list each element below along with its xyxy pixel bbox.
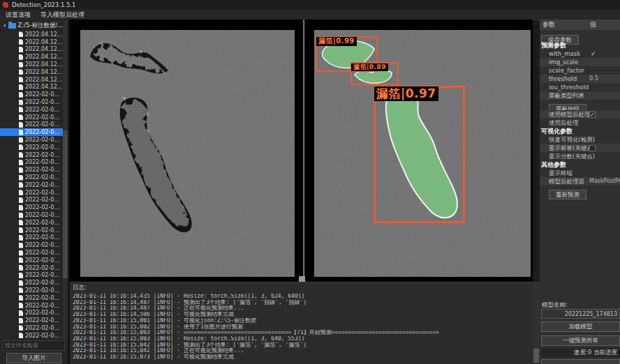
file-icon (19, 92, 23, 98)
tree-item[interactable]: 2022-02-0... (0, 121, 68, 129)
sidebar-scrollbar[interactable] (63, 21, 68, 339)
tree-item[interactable]: 2022-02-0... (0, 234, 68, 242)
tree-item[interactable]: 2022-02-0... (0, 324, 68, 332)
log-line: 2023-01-11 16:16:15,003 |INFO| - Resize:… (73, 336, 530, 342)
param-row[interactable]: 屏蔽类型列表 (540, 91, 620, 100)
tree-item[interactable]: 2022-02-0... (0, 144, 68, 151)
tree-item[interactable]: 2022.04.12... (0, 38, 68, 46)
load-model-button[interactable]: 加载模型 (541, 321, 620, 332)
tree-root-folder[interactable]: ▾ Z:/5-标注数据/... (0, 21, 68, 30)
tree-item[interactable]: 2022-02-0... (0, 287, 68, 294)
file-icon (19, 175, 23, 181)
tree-item[interactable]: 2022-02-0... (0, 302, 68, 310)
log-title: 日志: (73, 284, 530, 292)
tree-item[interactable]: 2022.04.12... (0, 68, 68, 76)
original-image[interactable] (80, 30, 295, 277)
tree-item[interactable]: 2022-02-0... (0, 211, 68, 219)
param-row[interactable]: scale_factor (540, 66, 620, 75)
tree-item[interactable]: 2022.04.12... (0, 31, 68, 38)
tree-item[interactable]: 2022-02-0... (0, 264, 68, 272)
tree-item-label: 2022.04.12... (25, 61, 62, 68)
param-row[interactable]: 显示标签(关键点) (540, 144, 620, 152)
menu-import-postprocess[interactable]: 导入模型后处理 (40, 10, 84, 20)
param-row[interactable]: threshold0.5 (540, 75, 620, 83)
tree-item[interactable]: 2022-02-0... (0, 204, 68, 211)
panel-splitter[interactable] (303, 20, 304, 282)
predict-all-button[interactable]: 一键预测所有 (541, 335, 620, 346)
log-scrollbar-thumb[interactable] (533, 349, 539, 363)
param-row[interactable]: 显示终端 (540, 169, 620, 177)
param-row[interactable]: 快速可视化(检测) (540, 135, 620, 144)
sidebar-scrollbar-thumb[interactable] (63, 130, 68, 278)
tree-item[interactable]: 2022-02-0... (0, 151, 68, 159)
checkbox-unchecked[interactable] (589, 145, 596, 151)
tree-item[interactable]: 2022-02-0... (0, 181, 68, 189)
prediction-image[interactable]: 漏箔|0.99漏箔|0.89漏箔|0.97 (314, 30, 531, 277)
tree-item[interactable]: 2022-02-0... (0, 272, 68, 280)
tree-item[interactable]: 2022.04.12... (0, 61, 68, 68)
tree-item[interactable]: 2022-02-0... (0, 174, 68, 181)
tree-item-label: 2022-02-0... (25, 265, 59, 271)
checkmark-icon[interactable]: ✓ (591, 50, 596, 58)
model-name-field[interactable]: 20221225_174813 (541, 309, 620, 319)
tree-item[interactable]: 2022-02-0... (0, 159, 68, 167)
tree-item-label: 2022-02-0... (25, 287, 59, 294)
repredict-button[interactable]: 重新预测 (549, 190, 586, 199)
tree-item[interactable]: 2022-02-0... (0, 317, 68, 324)
tree-item[interactable]: 2022.04.12... (0, 76, 68, 84)
file-icon (19, 205, 23, 211)
tree-item[interactable]: 2022-02-0... (0, 309, 68, 317)
file-tree-sidebar: ▾ Z:/5-标注数据/... 2022.04.12...2022.04.12.… (0, 20, 68, 364)
param-button-row: 重新预测 (540, 185, 620, 196)
menu-settings[interactable]: 设置选项 (6, 10, 31, 20)
param-section-header: 预测参数 (540, 41, 620, 50)
tree-item[interactable]: 2022-02-0... (0, 294, 68, 302)
tree-item-label: 2022-02-0... (25, 197, 59, 203)
tree-item-label: 2022.04.12... (25, 54, 62, 60)
tree-item-label: 2022-02-0... (25, 174, 59, 181)
file-icon (19, 100, 23, 105)
tree-item[interactable]: 2022-02-0... (0, 249, 68, 257)
tree-item[interactable]: 2022-02-0... (0, 114, 68, 121)
tree-item[interactable]: 2022.04.12... (0, 46, 68, 54)
tree-item[interactable]: 2022-02-0... (0, 227, 68, 234)
tree-item[interactable]: 2022.04.12... (0, 53, 68, 61)
tree-item[interactable]: 2022-02-0... (0, 106, 68, 114)
tree-item-label: 2022-02-0... (25, 250, 59, 256)
checkbox-checked[interactable]: ✓ (589, 112, 596, 118)
folder-icon (8, 23, 16, 29)
file-icon (19, 197, 23, 203)
tree-item[interactable]: 2022-02-0... (0, 241, 68, 249)
param-row[interactable]: 显示分数(关键点) (540, 152, 620, 160)
title-bar: Detection_2023.1.5.1 (0, 0, 620, 10)
tree-item[interactable]: 2022-02-0... (0, 166, 68, 174)
tree-item[interactable]: 2022-02-0... (0, 279, 68, 287)
tree-item-label: 2022-02-0... (25, 303, 59, 309)
postprocess-settings-button[interactable]: 后处理参数设置 (541, 359, 620, 364)
tree-item[interactable]: 2022-02-0... (0, 332, 68, 340)
tree-item[interactable]: 2022-02-0... (0, 257, 68, 264)
log-lines: 2023-01-11 16:16:14,435 |INFO| - Resize:… (73, 294, 530, 361)
tree-item[interactable]: 2022-02-0... (0, 197, 68, 204)
param-row[interactable]: 使用模型后处理✓ (540, 110, 620, 119)
app-logo-icon (3, 2, 8, 8)
param-row[interactable]: img_scale (540, 58, 620, 66)
tree-item[interactable]: 2022-02-0... (0, 136, 68, 144)
param-row[interactable]: iou_threshold (540, 83, 620, 91)
param-row[interactable]: 使用后处理 (540, 119, 620, 127)
grayscale-sample-image (80, 30, 295, 277)
chevron-down-icon[interactable]: ▾ (3, 23, 6, 29)
tree-item[interactable]: 2022.04.12... (0, 84, 68, 91)
tree-item[interactable]: 2022-02-0... (0, 91, 68, 98)
search-input[interactable] (2, 340, 65, 351)
param-row[interactable]: with_mask✓ (540, 50, 620, 58)
tree-item[interactable]: 2022-02-0... (0, 98, 68, 106)
import-image-button[interactable]: 导入图片 (6, 353, 61, 363)
tree-item[interactable]: 2022-02-0... (0, 189, 68, 197)
param-row[interactable]: 模型后处理器MaskPostPro (540, 177, 620, 185)
tree-item[interactable]: 2022-02-0... (0, 128, 68, 136)
detection-bounding-box (374, 86, 465, 223)
tree-item[interactable]: 2022-02-0... (0, 219, 68, 227)
tree-item-label: 2022.04.12... (25, 31, 62, 38)
tree-item-label: 2022-02-0... (25, 204, 59, 211)
